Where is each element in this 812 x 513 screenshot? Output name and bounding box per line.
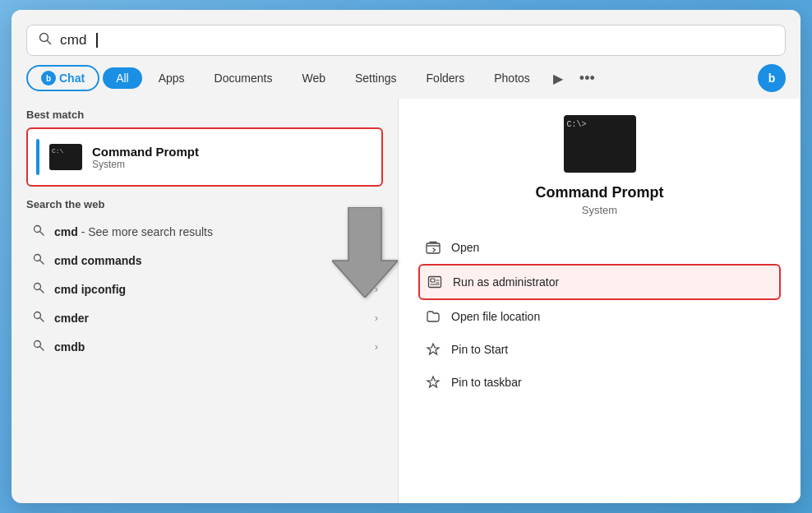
tab-photos[interactable]: Photos [481, 67, 543, 89]
action-file-location-label: Open file location [451, 310, 540, 323]
play-button[interactable]: ▶ [547, 67, 570, 90]
cmd-icon-small [49, 144, 82, 170]
web-search-item-4[interactable]: cmdb › [26, 332, 383, 361]
cmd-icon-large [564, 115, 636, 173]
right-panel: Command Prompt System Open [398, 99, 800, 503]
web-bold-3: cmder [54, 312, 89, 325]
best-match-sub: System [92, 159, 373, 170]
search-bar: cmd [26, 25, 786, 56]
web-bold-0: cmd [54, 225, 78, 238]
web-search-icon-2 [31, 282, 46, 296]
action-pin-start-label: Pin to Start [451, 343, 508, 356]
web-chevron-4: › [375, 340, 378, 353]
svg-point-6 [35, 284, 41, 290]
web-search-item-3[interactable]: cmder › [26, 303, 383, 332]
left-panel: Best match Command Prompt System Search … [12, 99, 398, 503]
web-bold-1: cmd commands [54, 254, 142, 267]
tab-settings-label: Settings [355, 72, 397, 85]
more-button[interactable]: ••• [573, 67, 602, 90]
web-bold-4: cmdb [54, 340, 85, 354]
best-match-bar [36, 139, 39, 175]
tab-photos-label: Photos [494, 72, 530, 85]
cursor [96, 33, 98, 48]
tab-apps-label: Apps [159, 72, 185, 85]
web-light-0: - See more search results [81, 225, 213, 238]
open-icon [425, 239, 441, 256]
filter-tabs: b Chat All Apps Documents Web Settings F… [12, 56, 800, 99]
right-app-sub: System [418, 204, 781, 216]
web-bold-2: cmd ipconfig [54, 283, 126, 296]
web-search-text-4: cmdb [54, 340, 367, 354]
action-admin-label: Run as administrator [453, 275, 559, 289]
svg-point-8 [35, 312, 41, 319]
best-match-info: Command Prompt System [92, 145, 373, 170]
svg-point-2 [35, 226, 41, 233]
pin-icon [425, 341, 441, 358]
arrow-annotation [332, 207, 398, 301]
svg-marker-15 [332, 207, 398, 298]
svg-line-7 [40, 289, 44, 293]
pin-taskbar-icon [425, 374, 441, 391]
svg-point-4 [35, 255, 41, 261]
search-bar-container: cmd [12, 10, 800, 56]
web-search-item-2[interactable]: cmd ipconfig › [26, 275, 383, 303]
action-pin-start[interactable]: Pin to Start [418, 333, 781, 366]
web-search-icon-0 [31, 224, 46, 238]
action-open-file-location[interactable]: Open file location [418, 300, 781, 333]
tab-all-label: All [116, 72, 129, 85]
tab-apps[interactable]: Apps [145, 67, 198, 89]
tab-web[interactable]: Web [288, 67, 339, 89]
folder-icon [425, 308, 441, 325]
web-search-text-2: cmd ipconfig [54, 283, 367, 296]
search-query-text: cmd [60, 32, 87, 49]
bing-button[interactable]: b [758, 64, 786, 92]
tab-all[interactable]: All [103, 67, 142, 89]
best-match-title: Best match [26, 109, 383, 121]
right-actions: Open Run as administrator [418, 231, 781, 399]
svg-line-1 [48, 41, 51, 44]
svg-line-5 [40, 261, 44, 264]
web-search-item-0[interactable]: cmd - See more search results › [26, 217, 383, 246]
web-search-title: Search the web [26, 198, 383, 210]
web-search-icon-3 [31, 311, 46, 325]
right-app-name: Command Prompt [418, 184, 781, 201]
search-icon [39, 32, 52, 49]
action-open[interactable]: Open [418, 231, 781, 264]
tab-folders[interactable]: Folders [413, 67, 478, 89]
admin-icon [427, 274, 443, 290]
web-search-icon-4 [31, 340, 46, 354]
svg-line-9 [40, 318, 44, 321]
tab-chat[interactable]: b Chat [26, 65, 99, 91]
action-pin-taskbar-label: Pin to taskbar [451, 376, 522, 389]
bing-chat-icon: b [41, 71, 56, 86]
action-pin-taskbar[interactable]: Pin to taskbar [418, 366, 781, 399]
tab-web-label: Web [302, 72, 325, 85]
web-search-icon-1 [31, 253, 46, 267]
best-match-item[interactable]: Command Prompt System [26, 127, 383, 187]
svg-line-3 [40, 232, 44, 235]
web-search-section: Search the web cmd - See more search res… [26, 198, 383, 361]
svg-rect-14 [431, 279, 435, 282]
tab-folders-label: Folders [427, 72, 465, 85]
main-content: Best match Command Prompt System Search … [12, 99, 800, 503]
search-panel: cmd b Chat All Apps Documents Web Settin… [12, 10, 800, 503]
action-open-label: Open [451, 241, 479, 254]
web-search-text-3: cmder [54, 312, 367, 325]
tab-chat-label: Chat [59, 72, 85, 85]
svg-line-11 [40, 347, 44, 350]
web-chevron-3: › [375, 312, 378, 324]
web-search-text-0: cmd - See more search results [54, 225, 367, 238]
svg-point-10 [35, 341, 41, 348]
web-search-text-1: cmd commands [54, 254, 367, 267]
down-arrow-svg [332, 207, 398, 298]
tab-documents[interactable]: Documents [201, 67, 286, 89]
best-match-name: Command Prompt [92, 145, 373, 159]
web-search-item-1[interactable]: cmd commands › [26, 246, 383, 275]
action-run-as-admin[interactable]: Run as administrator [418, 264, 781, 300]
tab-settings[interactable]: Settings [342, 67, 410, 89]
tab-documents-label: Documents [215, 72, 273, 85]
